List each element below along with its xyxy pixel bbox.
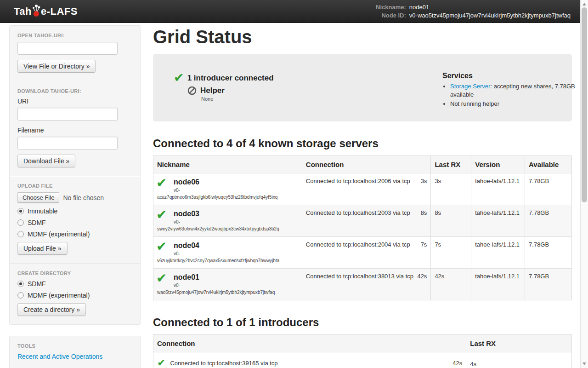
download-uri-section: DOWNLOAD TAHOE-URI: URI Filename Downloa… — [10, 81, 141, 176]
mkdir-format-radio-sdmf[interactable]: SDMF — [17, 280, 133, 288]
open-uri-label: OPEN TAHOE-URI: — [17, 33, 133, 38]
server-connection-text: Connected to tcp:localhost:2006 via tcp — [306, 178, 410, 184]
helper-value: None — [201, 96, 442, 102]
introducers-table-body: ✔Connected to tcp:localhost:39165 via tc… — [153, 352, 572, 368]
no-file-chosen-text: No file chosen — [63, 194, 104, 201]
col-header-intro-connection: Connection — [153, 335, 466, 352]
open-uri-section: OPEN TAHOE-URI: View File or Directory » — [10, 26, 141, 81]
radio-button-icon[interactable] — [17, 219, 24, 226]
service-item: Not running helper — [450, 100, 580, 108]
node-info: Nickname: node01 Node ID: v0-wao5tzv45pm… — [376, 4, 571, 19]
server-node-id: v0-swny2viyw63ofxwi4x2yykd2woqjbpx3cw34x… — [157, 218, 298, 232]
server-last-rx: 42s — [431, 269, 471, 300]
server-connected-check-icon: ✔ — [156, 208, 167, 221]
status-left: ✔ 1 introducer connected Helper None — [174, 72, 442, 121]
server-connected-check-icon: ✔ — [156, 240, 167, 253]
server-nickname: node06 — [174, 178, 298, 187]
server-connection-time: 3s — [421, 178, 427, 184]
grid-status-summary: ✔ 1 introducer connected Helper None Ser… — [153, 54, 572, 121]
radio-button-icon[interactable] — [17, 281, 24, 287]
services-panel: Services Storage Server: accepting new s… — [442, 72, 580, 121]
filename-field-label: Filename — [17, 126, 133, 134]
server-version: tahoe-lafs/1.12.1 — [471, 269, 525, 300]
server-version: tahoe-lafs/1.12.1 — [471, 173, 525, 205]
open-uri-input[interactable] — [17, 42, 118, 55]
server-available: 7.78GB — [525, 269, 572, 300]
upload-file-button[interactable]: Upload File » — [17, 242, 68, 255]
radio-label: MDMF (experimental) — [28, 292, 90, 299]
radio-button-icon[interactable] — [17, 208, 24, 214]
col-header-last-rx: Last RX — [431, 156, 471, 173]
helper-label: Helper — [200, 86, 225, 95]
storage-servers-table: Nickname Connection Last RX Version Avai… — [153, 155, 572, 300]
upload-format-radio-sdmf[interactable]: SDMF — [17, 219, 133, 226]
server-last-rx: 8s — [431, 205, 471, 237]
server-connection-text: Connected to tcp:localhost:2004 via tcp — [306, 241, 410, 248]
server-available: 7.78GB — [525, 237, 572, 269]
create-directory-section: CREATE DIRECTORY SDMFMDMF (experimental)… — [10, 263, 141, 324]
upload-format-radios: ImmutableSDMFMDMF (experimental) — [17, 207, 133, 238]
vertical-scrollbar[interactable] — [580, 0, 588, 368]
server-nickname: node03 — [174, 209, 298, 218]
introducer-row: ✔Connected to tcp:localhost:39165 via tc… — [153, 352, 572, 368]
server-connected-check-icon: ✔ — [156, 272, 167, 285]
scroll-up-arrow-icon[interactable] — [582, 3, 586, 6]
node-id-label: Node ID: — [376, 12, 406, 19]
server-last-rx: 7s — [431, 237, 471, 269]
server-connection-time: 8s — [421, 209, 427, 216]
server-connection-text: Connected to tcp:localhost:38013 via tcp — [306, 273, 413, 280]
col-header-version: Version — [471, 156, 525, 173]
create-directory-label: CREATE DIRECTORY — [17, 270, 133, 276]
server-last-rx: 3s — [431, 173, 471, 205]
services-title: Services — [442, 72, 580, 80]
introducers-table: Connection Last RX ✔Connected to tcp:loc… — [153, 334, 572, 368]
server-version: tahoe-lafs/1.12.1 — [471, 205, 525, 237]
download-uri-label: DOWNLOAD TAHOE-URI: — [17, 88, 133, 94]
node-id-value: v0-wao5tzv45pmoju47jow7rvl4ukirjm5ytbh2k… — [409, 12, 571, 19]
scrollbar-thumb[interactable] — [582, 7, 587, 202]
upload-file-section: UPLOAD FILE Choose File No file chosen I… — [10, 176, 141, 263]
download-uri-input[interactable] — [17, 108, 118, 121]
mkdir-format-radio-mdmf-experimental[interactable]: MDMF (experimental) — [17, 292, 133, 299]
choose-file-button[interactable]: Choose File — [17, 192, 59, 203]
mkdir-format-radios: SDMFMDMF (experimental) — [17, 280, 133, 299]
server-nickname: node01 — [174, 273, 298, 282]
view-file-button[interactable]: View File or Directory » — [17, 60, 96, 73]
introducers-heading: Connected to 1 of 1 introducers — [153, 316, 572, 329]
upload-file-label: UPLOAD FILE — [17, 183, 133, 189]
radio-button-icon[interactable] — [17, 292, 24, 299]
uri-field-label: URI — [17, 98, 133, 105]
introducer-connection-time: 42s — [452, 360, 462, 367]
radio-label: MDMF (experimental) — [28, 230, 90, 238]
introducer-connected-text: 1 introducer connected — [187, 74, 274, 83]
recent-operations-link[interactable]: Recent and Active Operations — [17, 353, 102, 360]
servers-table-header-row: Nickname Connection Last RX Version Avai… — [153, 156, 572, 173]
server-node-id: v0-acaz7qptmeo6m3asjlgkb6iwlyuqey53hz26t… — [157, 187, 298, 201]
tools-label: TOOLS — [17, 343, 133, 349]
col-header-connection: Connection — [302, 156, 431, 173]
server-node-id: v0-v6zuyjkbrrkqy2bvc2cny7qwax5sxumedsxfz… — [157, 250, 298, 264]
server-node-id: v0-wao5tzv45pmoju47jow7rvl4ukirjm5ytbh2k… — [157, 282, 298, 296]
tools-panel: TOOLS Recent and Active Operations — [9, 336, 141, 368]
download-file-button[interactable]: Download File » — [17, 155, 75, 167]
server-row-node06: ✔node06v0-acaz7qptmeo6m3asjlgkb6iwlyuqey… — [153, 173, 572, 205]
download-filename-input[interactable] — [17, 137, 118, 150]
tahoe-dot-icon — [32, 4, 40, 17]
radio-button-icon[interactable] — [17, 231, 24, 237]
upload-format-radio-mdmf-experimental[interactable]: MDMF (experimental) — [17, 230, 133, 238]
tahoe-lafs-logo: Tah e-LAFS — [14, 4, 78, 18]
radio-label: SDMF — [28, 280, 46, 288]
create-directory-button[interactable]: Create a directory » — [17, 303, 86, 316]
server-available: 7.78GB — [525, 205, 572, 237]
logo-text-post: e-LAFS — [41, 6, 78, 17]
server-connection-text: Connected to tcp:localhost:2003 via tcp — [306, 209, 410, 216]
introducers-table-header-row: Connection Last RX — [153, 335, 572, 352]
server-connection-time: 42s — [417, 273, 427, 280]
scroll-down-arrow-icon[interactable] — [582, 362, 586, 365]
upload-format-radio-immutable[interactable]: Immutable — [17, 207, 133, 215]
storage-server-link[interactable]: Storage Server — [450, 83, 490, 90]
introducer-connected-check-icon: ✔ — [157, 358, 165, 368]
col-header-nickname: Nickname — [153, 156, 302, 173]
server-version: tahoe-lafs/1.12.1 — [471, 237, 525, 269]
server-row-node01: ✔node01v0-wao5tzv45pmoju47jow7rvl4ukirjm… — [153, 269, 572, 300]
